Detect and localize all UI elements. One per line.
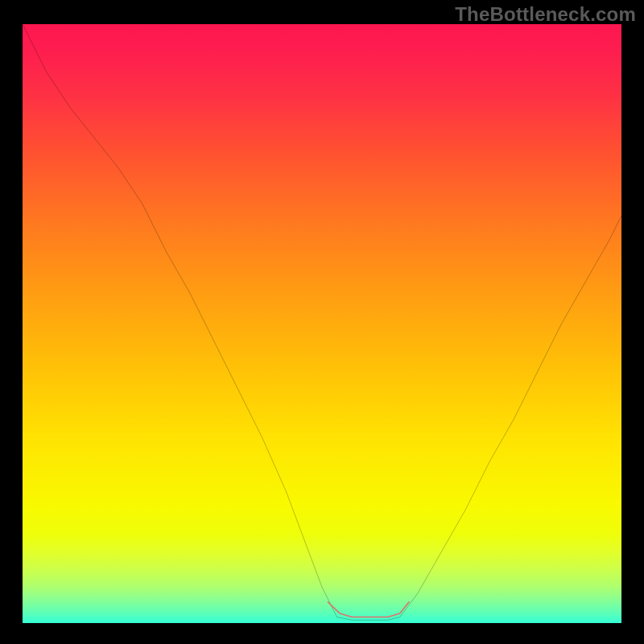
curve-svg [23,24,621,623]
chart-frame: TheBottleneck.com [0,0,644,644]
plot-area [23,24,621,623]
bottleneck-right-curve [400,216,621,617]
bottleneck-left-curve [23,24,337,617]
watermark-text: TheBottleneck.com [455,3,636,26]
highlight-segment [328,602,408,617]
